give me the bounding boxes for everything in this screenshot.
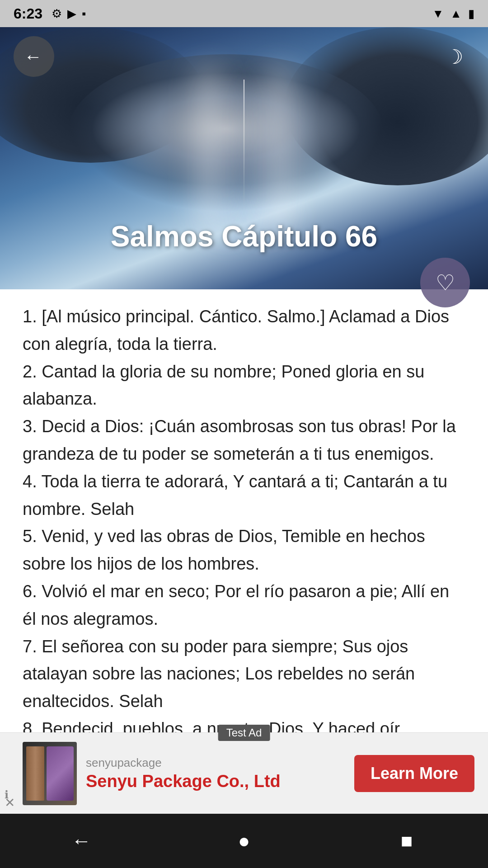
back-arrow-icon: ← (24, 47, 42, 67)
theme-toggle-button[interactable]: ☽ (434, 36, 474, 77)
settings-icon: ⚙ (52, 7, 62, 21)
status-icons-right: ▼ ▲ ▮ (432, 7, 474, 21)
ad-product-image (47, 746, 74, 801)
nav-bar: ← ● ■ (0, 814, 488, 868)
nav-recent-icon: ■ (401, 830, 413, 852)
status-bar: 6:23 ⚙ ▶ ▪ ▼ ▲ ▮ (0, 0, 488, 27)
play-icon: ▶ (67, 7, 76, 21)
status-time: 6:23 (14, 5, 42, 22)
wifi-icon: ▼ (432, 7, 444, 21)
content-area: 1. [Al músico principal. Cántico. Salmo.… (0, 289, 488, 769)
ad-close-icon[interactable]: ✕ (5, 797, 15, 809)
verse-6: 6. Volvió el mar en seco; Por el río pas… (23, 582, 449, 628)
verse-2: 2. Cantad la gloria de su nombre; Poned … (23, 362, 424, 409)
chapter-title: Salmos Cápitulo 66 (0, 220, 488, 253)
back-button[interactable]: ← (14, 36, 54, 77)
verse-1: 1. [Al músico principal. Cántico. Salmo.… (23, 307, 449, 354)
cloud-light (90, 72, 361, 185)
verse-list: 1. [Al músico principal. Cántico. Salmo.… (23, 303, 465, 743)
ad-company-large: Senyu Package Co., Ltd (86, 772, 345, 791)
header-image: Salmos Cápitulo 66 (0, 27, 488, 289)
nav-back-icon: ← (71, 830, 91, 852)
battery-icon: ▮ (468, 7, 474, 21)
theme-icon: ☽ (446, 45, 463, 68)
sd-icon: ▪ (82, 7, 86, 21)
verse-4: 4. Toda la tierra te adorará, Y cantará … (23, 472, 447, 519)
sun-rays (244, 80, 244, 215)
verse-7: 7. El señorea con su poder para siempre;… (23, 637, 415, 711)
ad-company-small: senyupackage (86, 756, 345, 770)
status-icons-left: ⚙ ▶ ▪ (52, 7, 86, 21)
ad-content: senyupackage Senyu Package Co., Ltd (77, 756, 354, 791)
ad-image (23, 742, 77, 805)
ad-banner: Test Ad ℹ ✕ senyupackage Senyu Package C… (0, 732, 488, 814)
nav-back-button[interactable]: ← (63, 827, 99, 854)
ad-book-spine (26, 746, 44, 801)
verse-5: 5. Venid, y ved las obras de Dios, Temib… (23, 527, 425, 573)
verse-3: 3. Decid a Dios: ¡Cuán asombrosas son tu… (23, 417, 456, 463)
nav-home-button[interactable]: ● (226, 827, 262, 854)
signal-icon: ▲ (450, 7, 462, 21)
learn-more-button[interactable]: Learn More (354, 755, 474, 792)
ad-test-label: Test Ad (218, 725, 270, 741)
nav-home-icon: ● (238, 830, 250, 852)
heart-icon: ♡ (436, 270, 455, 295)
nav-recent-button[interactable]: ■ (389, 827, 425, 854)
favorite-button[interactable]: ♡ (420, 258, 470, 307)
